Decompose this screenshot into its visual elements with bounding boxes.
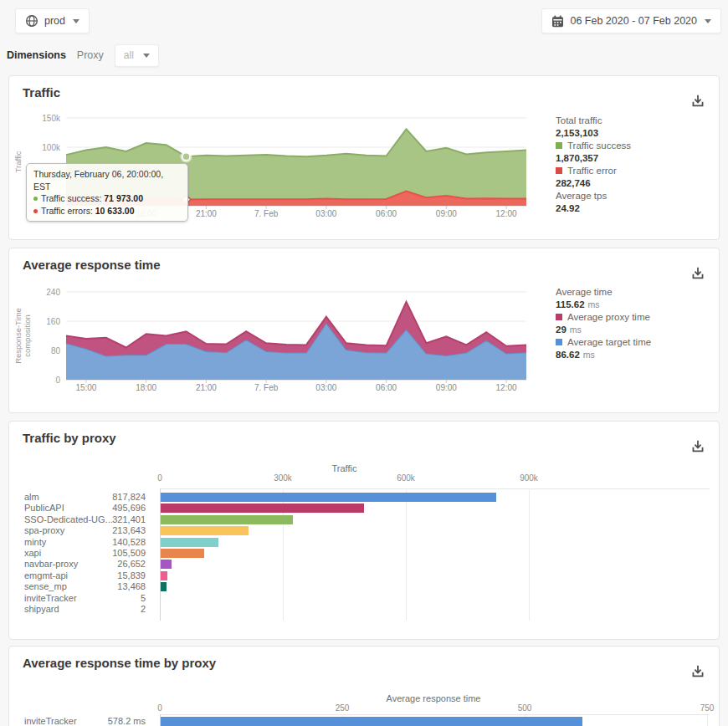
- proxy-bar[interactable]: [161, 582, 167, 591]
- proxy-bar[interactable]: [161, 538, 218, 547]
- x-axis-title: Average response time: [387, 693, 481, 703]
- average-target-time-value: 86.62ms: [556, 349, 715, 361]
- x-tick-label: 900k: [520, 473, 538, 483]
- target-swatch-icon: [556, 339, 562, 345]
- x-tick-label: 0: [157, 473, 162, 483]
- proxy-value: 495,696: [83, 503, 146, 514]
- response-by-proxy-chart[interactable]: Average response time0250500750inviteTra…: [9, 647, 719, 726]
- dimensions-bar: Dimensions Proxy all: [7, 43, 159, 67]
- proxy-value: 26,652: [83, 559, 146, 570]
- gridline: [707, 714, 708, 726]
- proxy-value: 213,643: [83, 525, 146, 536]
- svg-text:Traffic: Traffic: [13, 151, 23, 172]
- response-time-card: Average response time 080160240Response-…: [8, 248, 720, 413]
- success-swatch-icon: [556, 142, 562, 149]
- date-range-label: 06 Feb 2020 - 07 Feb 2020: [570, 15, 697, 27]
- average-time-label: Average time: [556, 286, 715, 299]
- response-area-chart[interactable]: 080160240Response-Timecomposition15:0018…: [9, 282, 551, 396]
- svg-text:21:00: 21:00: [196, 209, 217, 218]
- date-range-picker[interactable]: 06 Feb 2020 - 07 Feb 2020: [541, 8, 721, 33]
- gridline: [529, 488, 530, 621]
- traffic-by-proxy-chart[interactable]: Traffic0300k600k900kalm817,824PublicAPI4…: [9, 422, 719, 639]
- download-icon: [690, 265, 706, 282]
- average-target-time-label: Average target time: [556, 336, 715, 349]
- proxy-bar[interactable]: [161, 560, 172, 569]
- proxy-bar[interactable]: [161, 571, 167, 580]
- proxy-value: 578.2 ms: [83, 716, 146, 726]
- dimension-proxy-label: Proxy: [77, 49, 104, 61]
- chevron-down-icon: [705, 19, 711, 23]
- proxy-value: 15,839: [83, 570, 146, 581]
- x-tick-label: 250: [336, 703, 350, 713]
- traffic-success-value: 1,870,357: [556, 152, 715, 165]
- traffic-error-value: 282,746: [556, 177, 715, 190]
- tooltip-errors-row: Traffic errors: 10 633.00: [33, 205, 181, 217]
- gridline: [406, 488, 407, 621]
- svg-text:7. Feb: 7. Feb: [254, 383, 279, 392]
- svg-text:06:00: 06:00: [376, 383, 397, 392]
- error-swatch-icon: [556, 167, 562, 174]
- svg-text:12:00: 12:00: [496, 383, 517, 392]
- svg-text:100k: 100k: [42, 143, 61, 152]
- svg-text:21:00: 21:00: [196, 383, 217, 392]
- calendar-icon: [551, 15, 564, 28]
- tooltip-heading: Thursday, February 06, 20:00:00, EST: [33, 168, 181, 192]
- proxy-value: 5: [83, 593, 146, 604]
- proxy-bar[interactable]: [161, 515, 293, 524]
- x-axis-line: [160, 714, 710, 715]
- average-tps-value: 24.92: [556, 202, 715, 215]
- svg-text:09:00: 09:00: [436, 209, 457, 218]
- proxy-bar[interactable]: [161, 717, 582, 726]
- proxy-value: 105,509: [83, 548, 146, 559]
- total-traffic-label: Total traffic: [556, 115, 715, 127]
- svg-text:150k: 150k: [42, 114, 61, 123]
- proxy-filter-value: all: [124, 49, 134, 61]
- average-proxy-time-label: Average proxy time: [556, 311, 715, 324]
- environment-selector[interactable]: prod: [15, 8, 90, 33]
- chart-tooltip: Thursday, February 06, 20:00:00, EST Tra…: [26, 163, 188, 222]
- response-time-by-proxy-card: Average response time by proxy Average r…: [8, 646, 720, 726]
- x-axis-title: Traffic: [332, 463, 357, 473]
- svg-text:18:00: 18:00: [136, 383, 156, 392]
- proxy-swatch-icon: [556, 314, 562, 320]
- svg-text:12:00: 12:00: [496, 209, 517, 218]
- proxy-bar[interactable]: [161, 549, 204, 558]
- svg-text:03:00: 03:00: [315, 209, 336, 218]
- proxy-bar[interactable]: [161, 493, 496, 502]
- x-tick-label: 0: [157, 703, 162, 713]
- proxy-value: 140,528: [83, 537, 146, 548]
- download-button[interactable]: [689, 93, 707, 111]
- proxy-bar[interactable]: [161, 504, 364, 513]
- download-icon: [690, 93, 706, 110]
- proxy-filter-dropdown[interactable]: all: [115, 44, 159, 67]
- proxy-value: 817,824: [83, 492, 146, 503]
- environment-label: prod: [44, 15, 65, 27]
- total-traffic-value: 2,153,103: [556, 127, 715, 140]
- chevron-down-icon: [73, 19, 79, 23]
- traffic-card: Traffic 050k100k150kTraffic15:0018:0021:…: [8, 75, 720, 240]
- download-button[interactable]: [689, 265, 707, 284]
- proxy-value: 13,468: [83, 581, 146, 592]
- traffic-legend: Total traffic 2,153,103 Traffic success …: [556, 115, 715, 215]
- svg-text:03:00: 03:00: [315, 383, 336, 392]
- x-tick-label: 500: [518, 703, 532, 713]
- svg-text:15:00: 15:00: [75, 383, 96, 392]
- traffic-error-label: Traffic error: [556, 165, 715, 177]
- traffic-card-title: Traffic: [23, 85, 60, 100]
- svg-text:06:00: 06:00: [376, 209, 397, 218]
- svg-text:160: 160: [46, 317, 60, 326]
- dimensions-label: Dimensions: [7, 49, 66, 61]
- svg-text:09:00: 09:00: [436, 383, 457, 392]
- chevron-down-icon: [143, 54, 150, 58]
- proxy-bar[interactable]: [161, 526, 249, 535]
- globe-icon: [25, 14, 38, 28]
- analytics-dashboard: prod 06 Feb 2020 - 07 Feb 2020 Dimension…: [0, 0, 728, 726]
- x-tick-label: 750: [700, 703, 715, 713]
- svg-text:0: 0: [55, 376, 60, 385]
- average-proxy-time-value: 29ms: [556, 324, 715, 336]
- proxy-value: 2: [83, 604, 146, 615]
- average-time-value: 115.62ms: [556, 299, 715, 311]
- svg-text:7. Feb: 7. Feb: [254, 209, 279, 218]
- tooltip-success-row: Traffic success: 71 973.00: [33, 192, 181, 205]
- svg-text:Response-Timecomposition: Response-Timecomposition: [13, 308, 32, 364]
